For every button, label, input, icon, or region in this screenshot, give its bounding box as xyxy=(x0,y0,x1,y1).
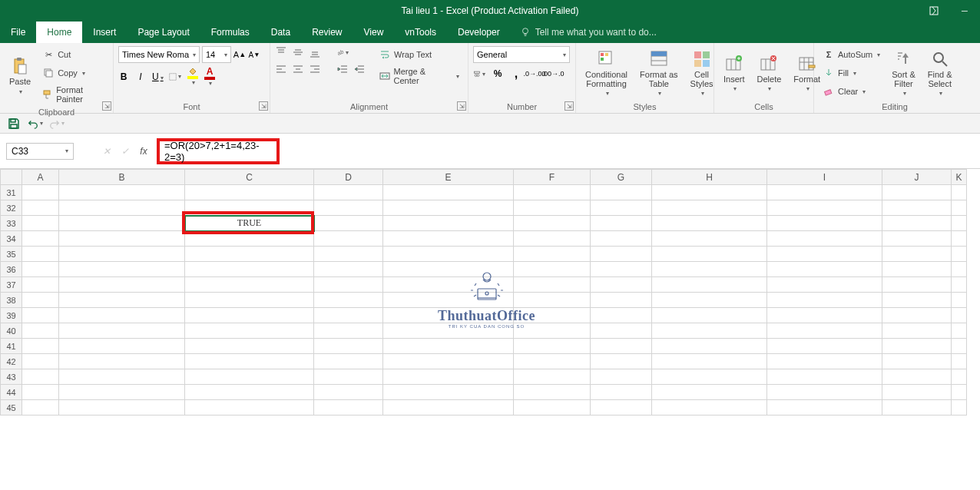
tab-review[interactable]: Review xyxy=(301,22,353,43)
cell-F40[interactable] xyxy=(514,323,591,339)
cell-A37[interactable] xyxy=(22,277,59,293)
cell-K39[interactable] xyxy=(952,308,967,323)
row-header-34[interactable]: 34 xyxy=(1,231,22,247)
fill-button[interactable]: Fill▾ xyxy=(819,65,884,81)
cell-D37[interactable] xyxy=(314,277,383,293)
cell-I41[interactable] xyxy=(767,339,882,354)
cell-G34[interactable] xyxy=(591,231,652,247)
cell-K33[interactable] xyxy=(952,216,967,231)
tab-data[interactable]: Data xyxy=(260,22,301,43)
name-box[interactable]: C33▾ xyxy=(6,143,74,160)
cell-H39[interactable] xyxy=(652,308,767,323)
cell-G33[interactable] xyxy=(591,216,652,231)
select-all-cell[interactable] xyxy=(1,170,22,185)
cell-G35[interactable] xyxy=(591,247,652,262)
cell-J37[interactable] xyxy=(882,277,952,293)
cell-E31[interactable] xyxy=(383,185,514,200)
cell-H40[interactable] xyxy=(652,323,767,339)
cell-H33[interactable] xyxy=(652,216,767,231)
border-button[interactable]: ▾ xyxy=(169,71,181,83)
cell-D35[interactable] xyxy=(314,247,383,262)
cell-A40[interactable] xyxy=(22,323,59,339)
col-header-F[interactable]: F xyxy=(514,170,591,185)
cell-F43[interactable] xyxy=(514,369,591,385)
cell-I39[interactable] xyxy=(767,308,882,323)
cell-E44[interactable] xyxy=(383,385,514,400)
cell-K42[interactable] xyxy=(952,354,967,369)
cell-F34[interactable] xyxy=(514,231,591,247)
cell-A32[interactable] xyxy=(22,200,59,216)
cell-I33[interactable] xyxy=(767,216,882,231)
cell-K45[interactable] xyxy=(952,400,967,416)
cell-E42[interactable] xyxy=(383,354,514,369)
cell-K31[interactable] xyxy=(952,185,967,200)
alignment-dialog-launcher[interactable]: ⇲ xyxy=(457,101,466,111)
cell-H36[interactable] xyxy=(652,262,767,277)
cell-G43[interactable] xyxy=(591,369,652,385)
cell-F31[interactable] xyxy=(514,185,591,200)
font-dialog-launcher[interactable]: ⇲ xyxy=(259,101,268,111)
cell-A35[interactable] xyxy=(22,247,59,262)
cell-B43[interactable] xyxy=(59,369,185,385)
cell-C44[interactable] xyxy=(185,385,314,400)
cell-A34[interactable] xyxy=(22,231,59,247)
align-middle-icon[interactable] xyxy=(292,46,304,58)
cell-E36[interactable] xyxy=(383,262,514,277)
cell-C40[interactable] xyxy=(185,323,314,339)
row-header-32[interactable]: 32 xyxy=(1,200,22,216)
row-header-41[interactable]: 41 xyxy=(1,339,22,354)
cell-H34[interactable] xyxy=(652,231,767,247)
cell-J34[interactable] xyxy=(882,231,952,247)
align-top-icon[interactable] xyxy=(275,46,287,58)
cell-A31[interactable] xyxy=(22,185,59,200)
cell-F32[interactable] xyxy=(514,200,591,216)
cell-A43[interactable] xyxy=(22,369,59,385)
cell-C38[interactable] xyxy=(185,293,314,308)
cell-J40[interactable] xyxy=(882,323,952,339)
fx-button[interactable]: fx xyxy=(137,146,151,157)
cell-C39[interactable] xyxy=(185,308,314,323)
cell-F42[interactable] xyxy=(514,354,591,369)
row-header-45[interactable]: 45 xyxy=(1,400,22,416)
cell-E38[interactable] xyxy=(383,293,514,308)
cell-C35[interactable] xyxy=(185,247,314,262)
cell-H45[interactable] xyxy=(652,400,767,416)
col-header-I[interactable]: I xyxy=(767,170,882,185)
cell-styles-button[interactable]: Cell Styles▾ xyxy=(686,46,718,101)
clipboard-dialog-launcher[interactable]: ⇲ xyxy=(102,101,111,111)
cell-F36[interactable] xyxy=(514,262,591,277)
row-header-33[interactable]: 33 xyxy=(1,216,22,231)
cell-B39[interactable] xyxy=(59,308,185,323)
cell-C42[interactable] xyxy=(185,354,314,369)
row-header-39[interactable]: 39 xyxy=(1,308,22,323)
number-format-select[interactable]: General▾ xyxy=(473,46,570,63)
cell-J39[interactable] xyxy=(882,308,952,323)
cell-E41[interactable] xyxy=(383,339,514,354)
fill-color-button[interactable]: ▾ xyxy=(187,67,198,86)
cell-F41[interactable] xyxy=(514,339,591,354)
col-header-K[interactable]: K xyxy=(952,170,967,185)
font-color-button[interactable]: A▾ xyxy=(204,66,215,87)
spreadsheet-grid[interactable]: ABCDEFGHIJK313233TRUE3435363738394041424… xyxy=(0,169,980,490)
cell-A44[interactable] xyxy=(22,385,59,400)
cell-J42[interactable] xyxy=(882,354,952,369)
align-right-icon[interactable] xyxy=(309,63,321,75)
cell-B34[interactable] xyxy=(59,231,185,247)
col-header-C[interactable]: C xyxy=(185,170,314,185)
cell-I34[interactable] xyxy=(767,231,882,247)
cell-F33[interactable] xyxy=(514,216,591,231)
cell-C36[interactable] xyxy=(185,262,314,277)
tab-vntools[interactable]: vnTools xyxy=(394,22,447,43)
underline-button[interactable]: U▾ xyxy=(152,71,163,82)
cell-G41[interactable] xyxy=(591,339,652,354)
cell-C45[interactable] xyxy=(185,400,314,416)
cell-K34[interactable] xyxy=(952,231,967,247)
cut-button[interactable]: ✂Cut xyxy=(38,46,108,63)
tab-formulas[interactable]: Formulas xyxy=(200,22,260,43)
cell-B36[interactable] xyxy=(59,262,185,277)
cell-K32[interactable] xyxy=(952,200,967,216)
cell-H38[interactable] xyxy=(652,293,767,308)
bold-button[interactable]: B xyxy=(118,71,129,82)
cell-D43[interactable] xyxy=(314,369,383,385)
cell-D44[interactable] xyxy=(314,385,383,400)
